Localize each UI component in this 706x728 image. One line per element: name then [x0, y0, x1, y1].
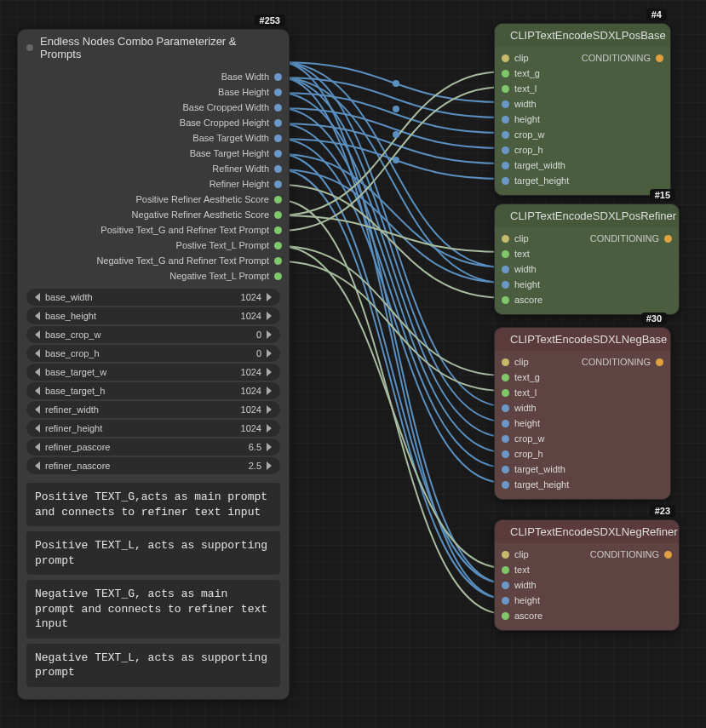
increment-icon[interactable]	[267, 349, 272, 358]
node-header[interactable]: CLIPTextEncodeSDXLNegBase	[495, 328, 670, 351]
port-icon[interactable]	[502, 146, 509, 154]
port-icon[interactable]	[274, 257, 282, 265]
decrement-icon[interactable]	[35, 405, 40, 414]
output-port[interactable]: Positive Text_G and Refiner Text Prompt	[18, 222, 289, 238]
node-header[interactable]: CLIPTextEncodeSDXLPosRefiner	[495, 204, 679, 227]
input-port[interactable]: clipCONDITIONING	[495, 231, 679, 246]
port-icon[interactable]	[502, 296, 509, 304]
port-icon[interactable]	[502, 266, 509, 273]
decrement-icon[interactable]	[35, 461, 40, 470]
input-port[interactable]: ascore	[495, 292, 679, 307]
param-widget[interactable]: base_height1024	[26, 307, 280, 324]
port-icon[interactable]	[664, 551, 672, 559]
param-widget[interactable]: refiner_height1024	[26, 420, 280, 437]
prompt-textarea[interactable]: Positive TEXT_G,acts as main prompt and …	[26, 483, 280, 526]
param-value[interactable]: 1024	[241, 311, 261, 321]
output-port[interactable]: Refiner Height	[18, 176, 289, 192]
increment-icon[interactable]	[267, 405, 272, 414]
input-port[interactable]: text_l	[495, 385, 670, 400]
param-widget[interactable]: base_target_h1024	[26, 382, 280, 399]
port-icon[interactable]	[502, 389, 509, 397]
port-icon[interactable]	[664, 235, 672, 243]
param-value[interactable]: 1024	[241, 367, 261, 377]
port-icon[interactable]	[502, 85, 509, 93]
increment-icon[interactable]	[267, 424, 272, 433]
input-port[interactable]: width	[495, 261, 679, 277]
output-port[interactable]: Base Target Height	[18, 146, 289, 161]
port-icon[interactable]	[274, 211, 282, 219]
decrement-icon[interactable]	[35, 387, 40, 395]
port-icon[interactable]	[502, 131, 509, 139]
input-port[interactable]: target_width	[495, 158, 670, 173]
input-port[interactable]: target_width	[495, 461, 670, 477]
input-port[interactable]: target_height	[495, 173, 670, 188]
port-icon[interactable]	[274, 272, 282, 280]
param-widget[interactable]: base_target_w1024	[26, 364, 280, 381]
prompt-textarea[interactable]: Negative TEXT_L, acts as supporting prom…	[26, 644, 280, 687]
input-port[interactable]: clipCONDITIONING	[495, 547, 679, 562]
input-port[interactable]: crop_h	[495, 446, 670, 461]
port-icon[interactable]	[502, 551, 509, 559]
param-widget[interactable]: base_crop_h0	[26, 345, 280, 362]
param-value[interactable]: 2.5	[249, 461, 261, 471]
output-port[interactable]: Base Height	[18, 84, 289, 100]
increment-icon[interactable]	[267, 461, 272, 470]
input-port[interactable]: height	[495, 416, 670, 431]
port-icon[interactable]	[502, 481, 509, 489]
port-icon[interactable]	[502, 420, 509, 427]
port-icon[interactable]	[502, 358, 509, 366]
port-icon[interactable]	[274, 165, 282, 173]
port-icon[interactable]	[502, 466, 509, 473]
input-port[interactable]: text_l	[495, 81, 670, 96]
param-value[interactable]: 1024	[241, 404, 261, 415]
port-icon[interactable]	[502, 54, 509, 62]
output-port[interactable]: Base Target Width	[18, 130, 289, 146]
node-header[interactable]: CLIPTextEncodeSDXLPosBase	[495, 24, 670, 47]
input-port[interactable]: width	[495, 400, 670, 416]
port-icon[interactable]	[502, 235, 509, 243]
increment-icon[interactable]	[267, 387, 272, 395]
input-port[interactable]: text_g	[495, 370, 670, 385]
output-port[interactable]: Base Width	[18, 69, 289, 84]
param-value[interactable]: 1024	[241, 423, 261, 433]
port-icon[interactable]	[502, 612, 509, 620]
node-clip-neg-refiner[interactable]: #23 CLIPTextEncodeSDXLNegRefiner clipCON…	[494, 519, 680, 631]
port-icon[interactable]	[274, 119, 282, 127]
port-icon[interactable]	[502, 250, 509, 258]
port-icon[interactable]	[502, 374, 509, 381]
output-port[interactable]: Negative Refiner Aesthetic Score	[18, 207, 289, 222]
output-port[interactable]: Positive Refiner Aesthetic Score	[18, 192, 289, 207]
param-widget[interactable]: refiner_nascore2.5	[26, 457, 280, 474]
output-port[interactable]: Refiner Width	[18, 161, 289, 176]
increment-icon[interactable]	[267, 443, 272, 451]
port-icon[interactable]	[502, 404, 509, 412]
node-header[interactable]: Endless Nodes Combo Parameterizer & Prom…	[18, 30, 289, 66]
port-icon[interactable]	[274, 181, 282, 188]
port-icon[interactable]	[502, 116, 509, 123]
output-port[interactable]: Negative Text_G and Refiner Text Prompt	[18, 253, 289, 268]
port-icon[interactable]	[502, 281, 509, 289]
node-parameterizer[interactable]: #253 Endless Nodes Combo Parameterizer &…	[17, 29, 290, 700]
decrement-icon[interactable]	[35, 424, 40, 433]
node-clip-neg-base[interactable]: #30 CLIPTextEncodeSDXLNegBase clipCONDIT…	[494, 327, 671, 500]
input-port[interactable]: height	[495, 277, 679, 292]
input-port[interactable]: width	[495, 577, 679, 593]
param-value[interactable]: 6.5	[249, 442, 261, 452]
input-port[interactable]: height	[495, 593, 679, 608]
output-port[interactable]: Base Cropped Width	[18, 100, 289, 115]
input-port[interactable]: text_g	[495, 66, 670, 81]
port-icon[interactable]	[656, 358, 663, 366]
input-port[interactable]: crop_h	[495, 142, 670, 158]
increment-icon[interactable]	[267, 293, 272, 301]
port-icon[interactable]	[274, 89, 282, 96]
port-icon[interactable]	[274, 73, 282, 81]
input-port[interactable]: text	[495, 562, 679, 577]
decrement-icon[interactable]	[35, 368, 40, 376]
param-value[interactable]: 0	[256, 348, 261, 358]
param-widget[interactable]: base_width1024	[26, 289, 280, 306]
port-icon[interactable]	[274, 242, 282, 249]
increment-icon[interactable]	[267, 312, 272, 320]
decrement-icon[interactable]	[35, 312, 40, 320]
port-icon[interactable]	[502, 566, 509, 574]
input-port[interactable]: ascore	[495, 608, 679, 623]
